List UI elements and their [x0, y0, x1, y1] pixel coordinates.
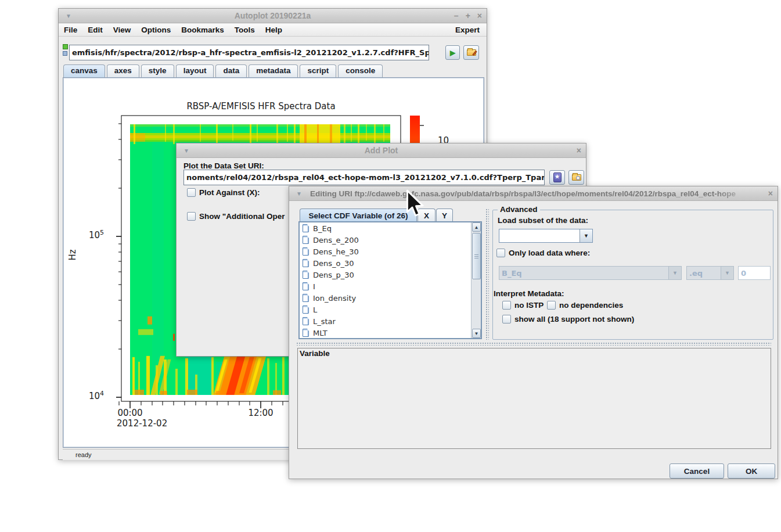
interpret-metadata-label: Interpret Metadata:: [494, 289, 564, 298]
list-item[interactable]: I: [300, 281, 481, 292]
ok-button[interactable]: OK: [728, 463, 775, 479]
list-item[interactable]: Dens_o_30: [300, 257, 481, 269]
dataset-uri-label: Plot the Data Set URI:: [183, 161, 264, 170]
subset-combobox[interactable]: ▼: [499, 229, 593, 243]
editing-title: Editing URI ftp://cdaweb.gsfc.nasa.gov/p…: [289, 189, 764, 198]
advanced-group-title: Advanced: [498, 205, 540, 214]
maximize-icon[interactable]: +: [466, 11, 470, 20]
expert-label[interactable]: Expert: [455, 26, 487, 34]
bookmark-book-icon: [553, 172, 562, 182]
list-item[interactable]: L_star: [300, 315, 481, 327]
menu-bookmarks[interactable]: Bookmarks: [176, 26, 229, 34]
file-icon: [303, 282, 309, 290]
no-dependencies-row: no dependencies: [547, 301, 623, 310]
list-item[interactable]: L: [300, 304, 481, 315]
where-op-dropdown-icon: ▼: [721, 267, 733, 279]
tab-script[interactable]: script: [300, 64, 336, 78]
menu-tools[interactable]: Tools: [229, 26, 260, 34]
file-icon: [303, 294, 309, 302]
tab-style[interactable]: style: [141, 64, 174, 78]
tab-data[interactable]: data: [215, 64, 247, 78]
list-scrollbar[interactable]: ▲ ▼: [471, 222, 481, 338]
list-item[interactable]: Dens_e_200: [300, 234, 481, 246]
y-tick-1e5: 105: [89, 229, 104, 240]
show-additional-label: Show "Additional Oper: [199, 212, 285, 221]
variable-panel: Variable: [297, 348, 771, 449]
main-uri-value[interactable]: emfisis/hfr/spectra/2012/rbsp-a_hfr-spec…: [70, 48, 429, 57]
plot-go-button[interactable]: ▶: [445, 45, 460, 60]
close-icon[interactable]: ×: [768, 189, 773, 198]
tab-layout[interactable]: layout: [176, 64, 214, 78]
cancel-button[interactable]: Cancel: [670, 463, 724, 479]
list-item[interactable]: Dens_he_30: [300, 246, 481, 257]
y-tick-1e4: 104: [89, 390, 104, 401]
where-op-value: .eq: [687, 269, 705, 278]
add-plot-uri-value[interactable]: noments/rel04/2012/rbspa_rel04_ect-hope-…: [184, 173, 545, 182]
menu-help[interactable]: Help: [260, 26, 287, 34]
list-item[interactable]: B_Eq: [300, 222, 481, 234]
menu-file[interactable]: File: [59, 26, 82, 34]
tab-axes[interactable]: axes: [107, 64, 139, 78]
menu-options[interactable]: Options: [136, 26, 176, 34]
main-titlebar[interactable]: ▼ Autoplot 20190221a – + ×: [59, 9, 487, 23]
magnifier-icon: [576, 176, 580, 180]
tab-console[interactable]: console: [338, 64, 383, 78]
show-all-row: show all (18 support not shown): [502, 315, 634, 323]
where-value: 0: [739, 269, 748, 278]
blue-square-icon: [63, 51, 67, 56]
plot-against-row: Plot Against (X):: [187, 188, 260, 197]
inspect-uri-button[interactable]: [568, 170, 584, 185]
no-dependencies-label: no dependencies: [559, 301, 623, 310]
file-icon: [303, 247, 309, 256]
close-icon[interactable]: ×: [577, 146, 581, 155]
scrollbar-thumb[interactable]: [472, 233, 481, 279]
menubar: File Edit View Options Bookmarks Tools H…: [59, 24, 487, 37]
scroll-up-icon[interactable]: ▲: [472, 222, 481, 232]
bookmark-button[interactable]: [549, 170, 565, 185]
cdf-variable-list[interactable]: B_Eq Dens_e_200 Dens_he_30 Dens_o_30 Den…: [298, 221, 482, 339]
vertical-split-divider[interactable]: [485, 209, 489, 340]
list-item[interactable]: Ion_density: [300, 292, 481, 304]
main-uri-combobox[interactable]: emfisis/hfr/spectra/2012/rbsp-a_hfr-spec…: [69, 45, 429, 60]
minimize-icon[interactable]: –: [454, 11, 459, 20]
no-istp-checkbox[interactable]: [502, 301, 511, 310]
add-plot-title: Add Plot: [177, 146, 586, 155]
show-all-checkbox[interactable]: [502, 315, 511, 323]
tab-select-cdf-variable[interactable]: Select CDF Variable (of 26): [300, 209, 417, 222]
add-plot-titlebar[interactable]: ▼ Add Plot ×: [177, 143, 586, 158]
tab-x[interactable]: X: [418, 209, 436, 222]
list-item[interactable]: Dens_p_30: [300, 269, 481, 281]
where-value-field: 0: [738, 266, 771, 280]
tab-metadata[interactable]: metadata: [249, 64, 298, 78]
inspect-uri-button[interactable]: [463, 45, 479, 60]
horizontal-split-divider[interactable]: [296, 342, 771, 346]
menu-edit[interactable]: Edit: [82, 26, 108, 34]
file-icon: [303, 224, 309, 232]
plot-against-label: Plot Against (X):: [199, 188, 260, 197]
add-plot-uri-combobox[interactable]: noments/rel04/2012/rbspa_rel04_ect-hope-…: [183, 170, 545, 185]
x-tick-0000: 00:00: [113, 408, 147, 418]
file-icon: [303, 271, 309, 279]
datasource-type-icon: [62, 44, 69, 57]
list-item[interactable]: MLT: [300, 327, 481, 339]
editing-titlebar[interactable]: ▼ Editing URI ftp://cdaweb.gsfc.nasa.gov…: [289, 186, 778, 201]
no-dependencies-checkbox[interactable]: [547, 301, 556, 310]
green-square-icon: [63, 44, 68, 49]
tab-y[interactable]: Y: [436, 209, 453, 222]
show-additional-row: Show "Additional Oper: [187, 212, 285, 221]
scroll-down-icon[interactable]: ▼: [472, 329, 481, 338]
where-field-dropdown-icon: ▼: [668, 267, 681, 279]
variable-panel-title: Variable: [300, 349, 330, 358]
show-additional-checkbox[interactable]: [187, 212, 196, 221]
only-load-checkbox[interactable]: [496, 249, 505, 257]
no-istp-row: no ISTP: [502, 301, 544, 310]
plot-against-checkbox[interactable]: [187, 188, 196, 197]
subset-dropdown-icon[interactable]: ▼: [580, 229, 592, 242]
pencil-icon: [472, 51, 477, 56]
menu-view[interactable]: View: [108, 26, 136, 34]
advanced-group: Advanced Load subset of the data: ▼ Only…: [492, 210, 773, 340]
only-load-row: Only load data where:: [496, 249, 590, 257]
tab-canvas[interactable]: canvas: [63, 64, 105, 78]
only-load-label: Only load data where:: [509, 249, 590, 257]
close-icon[interactable]: ×: [477, 11, 482, 20]
